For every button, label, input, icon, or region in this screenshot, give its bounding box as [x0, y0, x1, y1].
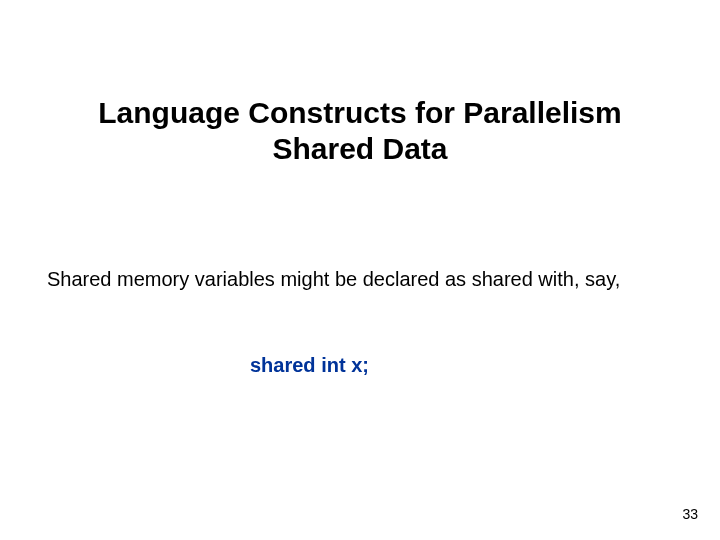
page-number: 33 — [682, 506, 698, 522]
code-example: shared int x; — [250, 354, 369, 377]
slide-title: Language Constructs for Parallelism Shar… — [0, 95, 720, 167]
title-line-2: Shared Data — [0, 131, 720, 167]
title-line-1: Language Constructs for Parallelism — [0, 95, 720, 131]
slide: Language Constructs for Parallelism Shar… — [0, 0, 720, 540]
body-paragraph: Shared memory variables might be declare… — [47, 267, 667, 292]
